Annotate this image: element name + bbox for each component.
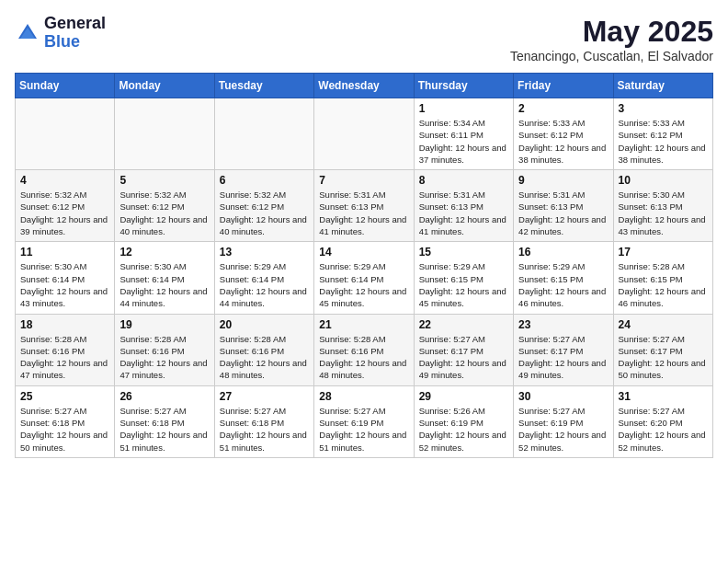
day-info: Sunrise: 5:27 AM Sunset: 6:18 PM Dayligh…: [20, 405, 109, 454]
day-info: Sunrise: 5:30 AM Sunset: 6:14 PM Dayligh…: [119, 260, 209, 309]
day-info: Sunrise: 5:30 AM Sunset: 6:14 PM Dayligh…: [20, 260, 109, 309]
logo-icon: [15, 20, 40, 46]
calendar-cell: [16, 98, 115, 170]
calendar-cell: 30Sunrise: 5:27 AM Sunset: 6:19 PM Dayli…: [514, 385, 613, 457]
day-number: 22: [419, 318, 508, 331]
calendar-cell: 17Sunrise: 5:28 AM Sunset: 6:15 PM Dayli…: [613, 242, 712, 314]
day-number: 24: [619, 318, 708, 331]
calendar-cell: 15Sunrise: 5:29 AM Sunset: 6:15 PM Dayli…: [414, 242, 513, 314]
calendar-week-row: 11Sunrise: 5:30 AM Sunset: 6:14 PM Dayli…: [16, 242, 713, 314]
column-header-saturday: Saturday: [613, 74, 712, 98]
day-number: 3: [619, 102, 708, 115]
day-number: 26: [119, 390, 209, 403]
day-number: 27: [220, 390, 309, 403]
column-header-tuesday: Tuesday: [214, 74, 313, 98]
calendar-cell: 16Sunrise: 5:29 AM Sunset: 6:15 PM Dayli…: [514, 242, 613, 314]
column-header-wednesday: Wednesday: [314, 74, 414, 98]
column-header-monday: Monday: [115, 74, 214, 98]
calendar-cell: [214, 98, 313, 170]
day-number: 12: [119, 246, 209, 259]
column-header-thursday: Thursday: [414, 74, 513, 98]
day-info: Sunrise: 5:32 AM Sunset: 6:12 PM Dayligh…: [20, 189, 109, 237]
month-title: May 2025: [510, 15, 713, 49]
calendar-cell: 1Sunrise: 5:34 AM Sunset: 6:11 PM Daylig…: [414, 98, 513, 170]
day-number: 9: [518, 174, 608, 187]
day-info: Sunrise: 5:29 AM Sunset: 6:14 PM Dayligh…: [319, 260, 408, 309]
calendar-cell: 13Sunrise: 5:29 AM Sunset: 6:14 PM Dayli…: [214, 242, 313, 314]
day-number: 7: [319, 174, 408, 187]
calendar-cell: 5Sunrise: 5:32 AM Sunset: 6:12 PM Daylig…: [115, 170, 214, 242]
calendar-cell: 3Sunrise: 5:33 AM Sunset: 6:12 PM Daylig…: [613, 98, 712, 170]
day-info: Sunrise: 5:29 AM Sunset: 6:15 PM Dayligh…: [419, 260, 508, 309]
day-number: 17: [619, 246, 708, 259]
calendar-week-row: 4Sunrise: 5:32 AM Sunset: 6:12 PM Daylig…: [16, 170, 713, 242]
calendar-cell: 26Sunrise: 5:27 AM Sunset: 6:18 PM Dayli…: [115, 385, 214, 457]
day-number: 18: [20, 318, 109, 331]
day-number: 8: [419, 174, 508, 187]
day-info: Sunrise: 5:27 AM Sunset: 6:17 PM Dayligh…: [419, 333, 508, 382]
calendar-cell: 25Sunrise: 5:27 AM Sunset: 6:18 PM Dayli…: [16, 385, 115, 457]
day-info: Sunrise: 5:31 AM Sunset: 6:13 PM Dayligh…: [518, 189, 608, 237]
day-info: Sunrise: 5:27 AM Sunset: 6:19 PM Dayligh…: [319, 405, 408, 454]
day-info: Sunrise: 5:27 AM Sunset: 6:18 PM Dayligh…: [220, 405, 309, 454]
day-info: Sunrise: 5:27 AM Sunset: 6:17 PM Dayligh…: [518, 333, 608, 382]
calendar-cell: 14Sunrise: 5:29 AM Sunset: 6:14 PM Dayli…: [314, 242, 414, 314]
day-info: Sunrise: 5:29 AM Sunset: 6:15 PM Dayligh…: [518, 260, 608, 309]
calendar-cell: 31Sunrise: 5:27 AM Sunset: 6:20 PM Dayli…: [613, 385, 712, 457]
calendar-cell: [115, 98, 214, 170]
day-info: Sunrise: 5:32 AM Sunset: 6:12 PM Dayligh…: [220, 189, 309, 237]
day-number: 15: [419, 246, 508, 259]
logo-blue: Blue: [44, 33, 106, 52]
calendar-cell: 9Sunrise: 5:31 AM Sunset: 6:13 PM Daylig…: [514, 170, 613, 242]
day-number: 11: [20, 246, 109, 259]
day-number: 4: [20, 174, 109, 187]
day-info: Sunrise: 5:28 AM Sunset: 6:16 PM Dayligh…: [319, 333, 408, 382]
calendar-cell: 7Sunrise: 5:31 AM Sunset: 6:13 PM Daylig…: [314, 170, 414, 242]
calendar-cell: [314, 98, 414, 170]
title-area: May 2025 Tenancingo, Cuscatlan, El Salva…: [510, 15, 713, 63]
calendar-cell: 23Sunrise: 5:27 AM Sunset: 6:17 PM Dayli…: [514, 314, 613, 385]
column-header-sunday: Sunday: [16, 74, 115, 98]
calendar-cell: 21Sunrise: 5:28 AM Sunset: 6:16 PM Dayli…: [314, 314, 414, 385]
day-number: 20: [220, 318, 309, 331]
day-info: Sunrise: 5:28 AM Sunset: 6:15 PM Dayligh…: [619, 260, 708, 309]
day-info: Sunrise: 5:28 AM Sunset: 6:16 PM Dayligh…: [119, 333, 209, 382]
day-number: 5: [119, 174, 209, 187]
day-info: Sunrise: 5:28 AM Sunset: 6:16 PM Dayligh…: [20, 333, 109, 382]
day-number: 13: [220, 246, 309, 259]
calendar-cell: 27Sunrise: 5:27 AM Sunset: 6:18 PM Dayli…: [214, 385, 313, 457]
day-info: Sunrise: 5:26 AM Sunset: 6:19 PM Dayligh…: [419, 405, 508, 454]
calendar-cell: 8Sunrise: 5:31 AM Sunset: 6:13 PM Daylig…: [414, 170, 513, 242]
day-number: 6: [220, 174, 309, 187]
day-info: Sunrise: 5:34 AM Sunset: 6:11 PM Dayligh…: [419, 117, 508, 166]
day-number: 21: [319, 318, 408, 331]
calendar-cell: 4Sunrise: 5:32 AM Sunset: 6:12 PM Daylig…: [16, 170, 115, 242]
calendar-cell: 28Sunrise: 5:27 AM Sunset: 6:19 PM Dayli…: [314, 385, 414, 457]
day-number: 2: [518, 102, 608, 115]
day-number: 28: [319, 390, 408, 403]
day-info: Sunrise: 5:31 AM Sunset: 6:13 PM Dayligh…: [319, 189, 408, 237]
day-info: Sunrise: 5:30 AM Sunset: 6:13 PM Dayligh…: [619, 189, 708, 237]
day-number: 14: [319, 246, 408, 259]
calendar-cell: 10Sunrise: 5:30 AM Sunset: 6:13 PM Dayli…: [613, 170, 712, 242]
location-subtitle: Tenancingo, Cuscatlan, El Salvador: [510, 49, 713, 63]
day-info: Sunrise: 5:27 AM Sunset: 6:17 PM Dayligh…: [619, 333, 708, 382]
day-number: 30: [518, 390, 608, 403]
logo-text: General Blue: [44, 15, 106, 52]
day-number: 25: [20, 390, 109, 403]
day-number: 1: [419, 102, 508, 115]
column-header-friday: Friday: [514, 74, 613, 98]
day-number: 16: [518, 246, 608, 259]
day-number: 19: [119, 318, 209, 331]
calendar-cell: 12Sunrise: 5:30 AM Sunset: 6:14 PM Dayli…: [115, 242, 214, 314]
day-info: Sunrise: 5:33 AM Sunset: 6:12 PM Dayligh…: [619, 117, 708, 166]
calendar-week-row: 1Sunrise: 5:34 AM Sunset: 6:11 PM Daylig…: [16, 98, 713, 170]
calendar-cell: 2Sunrise: 5:33 AM Sunset: 6:12 PM Daylig…: [514, 98, 613, 170]
logo: General Blue: [15, 15, 106, 52]
day-info: Sunrise: 5:33 AM Sunset: 6:12 PM Dayligh…: [518, 117, 608, 166]
calendar-cell: 29Sunrise: 5:26 AM Sunset: 6:19 PM Dayli…: [414, 385, 513, 457]
calendar-week-row: 18Sunrise: 5:28 AM Sunset: 6:16 PM Dayli…: [16, 314, 713, 385]
calendar-cell: 18Sunrise: 5:28 AM Sunset: 6:16 PM Dayli…: [16, 314, 115, 385]
calendar-table: SundayMondayTuesdayWednesdayThursdayFrid…: [15, 73, 713, 458]
day-number: 29: [419, 390, 508, 403]
